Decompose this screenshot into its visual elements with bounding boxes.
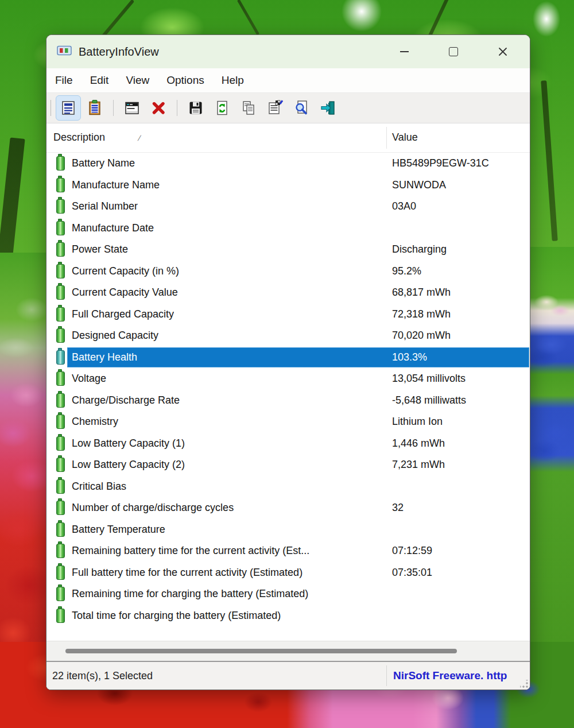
horizontal-scrollbar-thumb[interactable]	[65, 649, 457, 653]
table-row[interactable]: Power StateDischarging	[46, 239, 530, 261]
row-description: Low Battery Capacity (2)	[72, 459, 185, 471]
battery-icon	[56, 264, 65, 278]
table-row[interactable]: Manufacture NameSUNWODA	[46, 175, 530, 196]
statusbar-divider	[386, 665, 387, 686]
row-description: Current Capacity (in %)	[72, 265, 179, 277]
titlebar[interactable]: BatteryInfoView	[46, 35, 530, 68]
resize-grip[interactable]	[520, 680, 528, 688]
row-description: Manufacture Date	[72, 222, 154, 234]
table-row[interactable]: Low Battery Capacity (2)7,231 mWh	[46, 454, 530, 476]
row-description: Charge/Discharge Rate	[72, 394, 180, 406]
row-value: 95.2%	[392, 265, 421, 277]
table-row[interactable]: Total time for charging the battery (Est…	[46, 605, 530, 627]
menu-options[interactable]: Options	[166, 74, 204, 87]
table-row[interactable]: Current Capacity (in %)95.2%	[46, 261, 530, 282]
clipboard-report-button[interactable]	[82, 95, 107, 121]
battery-icon	[56, 221, 65, 235]
table-row[interactable]: Remaining time for charging the battery …	[46, 583, 530, 605]
copy-button[interactable]	[236, 95, 261, 121]
table-row[interactable]: Low Battery Capacity (1)1,446 mWh	[46, 433, 530, 455]
row-value: 72,318 mWh	[392, 308, 451, 320]
menu-file[interactable]: File	[55, 74, 73, 87]
battery-icon	[56, 501, 65, 515]
battery-icon	[56, 307, 65, 322]
battery-icon	[56, 156, 65, 171]
table-row[interactable]: Remaining battery time for the current a…	[46, 540, 530, 562]
table-row[interactable]: Designed Capacity70,020 mWh	[46, 325, 530, 347]
table-row[interactable]: Battery Temperature	[46, 519, 530, 541]
row-value: 07:12:59	[392, 545, 432, 557]
row-description: Manufacture Name	[72, 179, 160, 191]
maximize-icon	[449, 47, 458, 56]
list-body: Battery NameHB5489P9EGW-31CManufacture N…	[46, 153, 530, 641]
report-view-button[interactable]	[56, 95, 81, 121]
batteryinfoview-window: BatteryInfoView File Edit View Options H…	[46, 34, 530, 690]
row-description: Remaining time for charging the battery …	[72, 588, 308, 600]
statusbar: 22 item(s), 1 Selected NirSoft Freeware.…	[46, 661, 530, 690]
row-value: 1,446 mWh	[392, 437, 445, 450]
battery-icon	[56, 350, 65, 365]
row-description: Current Capacity Value	[72, 286, 178, 299]
delete-button[interactable]	[146, 95, 171, 121]
row-value: Discharging	[392, 243, 447, 255]
wallpaper-flowers-right	[528, 247, 574, 672]
exit-button[interactable]	[315, 95, 340, 121]
table-row[interactable]: Current Capacity Value68,817 mWh	[46, 282, 530, 304]
app-icon	[57, 45, 72, 59]
minimize-button[interactable]	[379, 35, 429, 68]
row-description: Battery Name	[72, 157, 135, 169]
table-row[interactable]: ChemistryLithium Ion	[46, 411, 530, 433]
toolbar-separator	[177, 100, 177, 116]
menu-help[interactable]: Help	[222, 74, 244, 87]
sort-indicator-icon: /	[137, 134, 142, 142]
battery-icon	[56, 199, 65, 214]
menu-view[interactable]: View	[126, 74, 149, 87]
battery-icon	[56, 587, 65, 601]
row-description: Remaining battery time for the current a…	[72, 545, 309, 557]
column-value[interactable]: Value	[392, 131, 418, 144]
save-floppy-icon	[187, 99, 204, 117]
table-row[interactable]: Full Charged Capacity72,318 mWh	[46, 304, 530, 326]
properties-button[interactable]	[262, 95, 288, 121]
find-icon	[293, 99, 310, 117]
table-row[interactable]: Voltage13,054 millivolts	[46, 368, 530, 390]
row-description: Battery Temperature	[72, 524, 165, 536]
nirsoft-link[interactable]: NirSoft Freeware. http	[393, 669, 529, 682]
maximize-button[interactable]	[429, 35, 478, 68]
table-row[interactable]: Manufacture Date	[46, 218, 530, 239]
toolbar-gripper	[51, 100, 51, 116]
row-value: 7,231 mWh	[392, 459, 445, 471]
row-description: Designed Capacity	[72, 330, 158, 342]
table-row[interactable]: Critical Bias	[46, 476, 530, 498]
find-button[interactable]	[289, 95, 314, 121]
exit-door-icon	[319, 99, 336, 117]
row-value: 13,054 millivolts	[392, 373, 466, 385]
save-button[interactable]	[183, 95, 208, 121]
table-row[interactable]: Battery Health103.3%	[46, 347, 530, 369]
close-icon	[498, 47, 507, 56]
refresh-button[interactable]	[210, 95, 235, 121]
row-value: 03A0	[392, 200, 416, 212]
close-button[interactable]	[478, 35, 528, 68]
row-description: Full battery time for the current activi…	[72, 567, 302, 579]
advanced-options-button[interactable]	[119, 95, 145, 121]
row-description: Number of charge/discharge cycles	[72, 502, 234, 514]
row-description: Voltage	[72, 373, 106, 385]
row-description: Battery Health	[72, 351, 137, 363]
battery-icon	[56, 242, 65, 257]
horizontal-scrollbar[interactable]	[46, 641, 530, 661]
column-divider[interactable]	[386, 127, 387, 149]
row-description: Total time for charging the battery (Est…	[72, 610, 281, 622]
table-row[interactable]: Number of charge/discharge cycles32	[46, 497, 530, 519]
table-row[interactable]: Serial Number03A0	[46, 196, 530, 218]
table-row[interactable]: Charge/Discharge Rate-5,648 milliwatts	[46, 390, 530, 412]
column-description[interactable]: Description	[53, 131, 105, 144]
row-value: 103.3%	[392, 351, 427, 363]
battery-icon	[56, 436, 65, 451]
battery-icon	[56, 609, 65, 623]
row-value: -5,648 milliwatts	[392, 394, 466, 406]
menu-edit[interactable]: Edit	[90, 74, 109, 87]
battery-icon	[56, 371, 65, 386]
table-row[interactable]: Full battery time for the current activi…	[46, 562, 530, 584]
table-row[interactable]: Battery NameHB5489P9EGW-31C	[46, 153, 530, 175]
